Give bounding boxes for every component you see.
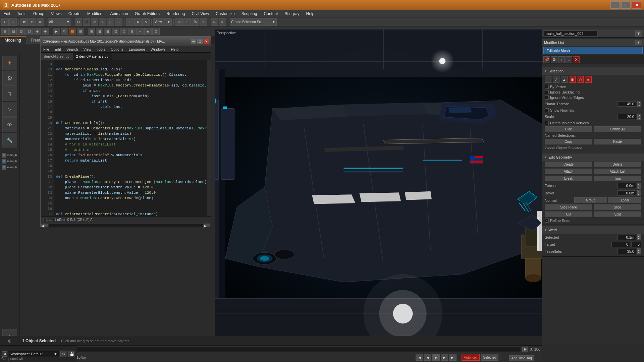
scale-down-btn[interactable]: ▼	[637, 117, 641, 120]
code-tab-1[interactable]: demoHitTest.py	[41, 53, 73, 60]
ignore-backfacing-checkbox[interactable]	[545, 90, 549, 94]
menu-scripting[interactable]: Scripting	[238, 10, 261, 17]
close-button[interactable]: ✕	[632, 1, 641, 9]
workspace-save-btn[interactable]: 💾	[68, 351, 75, 357]
sel-down[interactable]: ▼	[637, 237, 641, 240]
timeline-slider[interactable]	[28, 347, 521, 352]
toolbar2-btn15[interactable]: ⊞	[128, 28, 136, 35]
tess-up[interactable]: ▲	[637, 248, 641, 251]
delete-button[interactable]: Delete	[594, 162, 641, 167]
select-region-circle[interactable]: ○	[99, 18, 106, 26]
local-button[interactable]: Local	[608, 197, 641, 203]
play-prev-frame-btn[interactable]: ◀	[424, 354, 431, 361]
timeline-next-btn[interactable]: ▶	[522, 347, 528, 352]
toolbar2-btn7[interactable]: ▶	[53, 28, 60, 35]
menu-animation[interactable]: Animation	[107, 10, 131, 17]
menu-modifiers[interactable]: Modifiers	[84, 10, 107, 17]
move-button[interactable]: ✛	[126, 18, 133, 26]
menu-graph-editors[interactable]: Graph Editors	[131, 10, 163, 17]
target-weld-input1[interactable]	[611, 242, 630, 247]
vertex-icon[interactable]: ·	[545, 76, 551, 83]
filter-dropdown[interactable]: All▼	[48, 18, 71, 26]
mirror-button[interactable]: ⇔	[211, 18, 218, 26]
modifier-item-editable-mesh[interactable]: Editable Mesh	[543, 47, 643, 54]
slice-plane-button[interactable]: Slice Plane	[545, 204, 592, 210]
toolbar2-btn6[interactable]: ⊕	[42, 28, 49, 35]
planar-up-btn[interactable]: ▲	[637, 101, 641, 104]
toolbar2-btn12[interactable]: ☱	[104, 28, 111, 35]
bevel-down[interactable]: ▼	[637, 193, 641, 196]
code-menu-search[interactable]: Search	[64, 47, 81, 52]
play-prev-start-btn[interactable]: |◀	[416, 354, 423, 361]
group-button[interactable]: Group	[574, 197, 607, 203]
menu-tools[interactable]: Tools	[14, 10, 30, 17]
break-button[interactable]: Break	[545, 176, 592, 181]
attach-list-button[interactable]: Attach List	[594, 169, 641, 174]
edge-icon[interactable]: ╱	[553, 76, 559, 83]
eye-icon-1[interactable]: 👁	[2, 159, 6, 164]
motion-panel-btn[interactable]: ▷	[2, 102, 17, 117]
unhide-all-button[interactable]: Unhide All	[594, 126, 641, 132]
snap-3d-button[interactable]: ⊞	[175, 18, 183, 26]
bind-warp-button[interactable]: ⊕	[37, 18, 44, 26]
menu-group[interactable]: Group	[30, 10, 48, 17]
ignore-visible-edges-checkbox[interactable]	[545, 96, 549, 100]
scroll-left-btn[interactable]: ◀	[41, 224, 48, 227]
bevel-input[interactable]	[618, 190, 636, 196]
slice-button[interactable]: Slice	[594, 204, 641, 210]
code-hscrollbar[interactable]: ◀ ▶	[41, 223, 211, 227]
menu-edit[interactable]: Edit	[0, 10, 14, 17]
menu-create[interactable]: Create	[65, 10, 84, 17]
code-menu-language[interactable]: Language	[126, 47, 148, 52]
percent-snap-button[interactable]: %	[192, 18, 199, 26]
minimize-button[interactable]: ─	[610, 1, 620, 9]
code-menu-help[interactable]: Help	[168, 47, 181, 52]
bottom-left-nav[interactable]: ⊕	[0, 336, 19, 345]
eye-icon-2[interactable]: 👁	[2, 165, 6, 170]
polygon-icon[interactable]: ▣	[569, 76, 576, 83]
utilities-panel-btn[interactable]: 🔧	[2, 133, 17, 147]
toolbar2-render-btn[interactable]: ⊡	[69, 28, 76, 35]
menu-content[interactable]: Content	[261, 10, 281, 17]
auto-key-button[interactable]: Auto Key	[462, 354, 480, 361]
code-maximize-btn[interactable]: □	[197, 39, 203, 44]
select-region-lasso[interactable]: ⌓	[115, 18, 122, 26]
toolbar2-btn9[interactable]: ⊟	[77, 28, 84, 35]
viewport[interactable]: Perspective	[215, 29, 542, 345]
menu-customize[interactable]: Customize	[212, 10, 238, 17]
quad-icon[interactable]: ◈	[585, 76, 592, 83]
move-down-icon[interactable]: ↓	[566, 56, 572, 63]
toolbar2-btn8[interactable]: ⟳	[61, 28, 68, 35]
hierarchy-panel-btn[interactable]: ⇅	[2, 86, 17, 101]
edit-geometry-header[interactable]: Edit Geometry	[542, 154, 644, 161]
toolbar2-btn14[interactable]: ◻	[120, 28, 127, 35]
scroll-track[interactable]	[49, 224, 203, 227]
select-region-rect[interactable]: ▭	[91, 18, 98, 26]
scene-item-1[interactable]: 👁 main_h...	[1, 158, 18, 164]
menu-civil-view[interactable]: Civil View	[188, 10, 212, 17]
code-minimize-btn[interactable]: ─	[191, 39, 196, 44]
code-menu-options[interactable]: Options	[108, 47, 126, 52]
cut-button[interactable]: Cut	[545, 212, 592, 217]
planar-thresh-input[interactable]	[618, 101, 636, 107]
tessellate-input[interactable]	[618, 249, 636, 254]
align-button[interactable]: ≡	[219, 18, 226, 26]
config-icon[interactable]: ⚙	[551, 56, 557, 63]
angle-snap-button[interactable]: ⊿	[183, 18, 191, 26]
paste-button[interactable]: Paste	[594, 139, 641, 144]
hide-button[interactable]: Hide	[545, 126, 592, 132]
selected-weld-input[interactable]	[618, 235, 636, 240]
eye-icon-0[interactable]: 👁	[2, 153, 6, 158]
code-menu-windows[interactable]: Windows	[148, 47, 168, 52]
unlink-button[interactable]: ✂	[29, 18, 36, 26]
extrude-up[interactable]: ▲	[637, 183, 641, 186]
pin-icon[interactable]: 📌	[543, 56, 550, 63]
sel-up[interactable]: ▲	[637, 234, 641, 237]
redo-button[interactable]: ↪	[9, 18, 17, 26]
menu-help[interactable]: Help	[303, 10, 318, 17]
refine-ends-checkbox[interactable]	[545, 219, 549, 223]
undo-button[interactable]: ↩	[1, 18, 9, 26]
scale-input[interactable]	[618, 114, 636, 119]
code-text-area[interactable]: def GeneratePlugins(sid, cls): for cd in…	[54, 60, 207, 216]
selected-mode-button[interactable]: Selected	[481, 354, 498, 361]
